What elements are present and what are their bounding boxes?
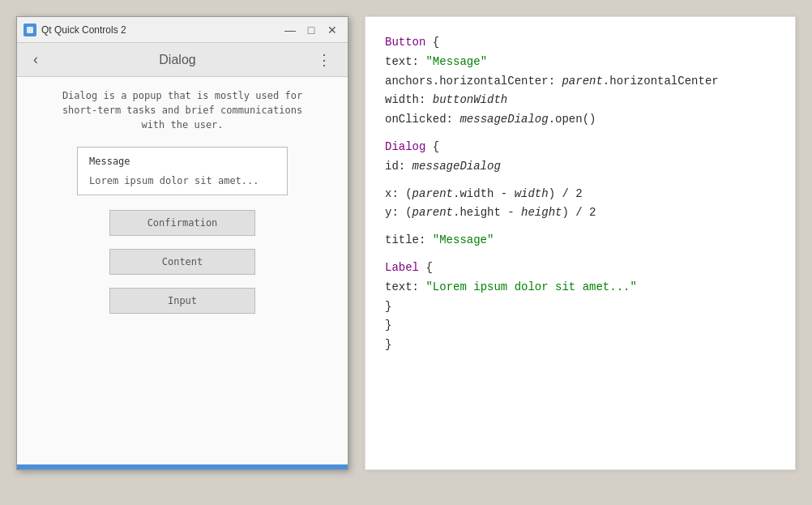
- close-button[interactable]: ✕: [323, 21, 341, 39]
- message-box-content: Lorem ipsum dolor sit amet...: [89, 175, 276, 186]
- message-box-title: Message: [89, 156, 276, 167]
- confirmation-button[interactable]: Confirmation: [109, 210, 255, 236]
- header-title: Dialog: [45, 53, 310, 67]
- code-line: Button {: [385, 33, 776, 53]
- menu-button[interactable]: ⋮: [310, 48, 338, 72]
- window-title: Qt Quick Controls 2: [41, 24, 276, 36]
- app-icon: [24, 24, 36, 36]
- code-line: }: [385, 316, 776, 336]
- code-line: anchors.horizontalCenter: parent.horizon…: [385, 72, 776, 92]
- code-line: }: [385, 297, 776, 317]
- minimize-button[interactable]: —: [281, 21, 299, 39]
- bottom-bar: [17, 464, 348, 469]
- svg-rect-0: [27, 27, 33, 33]
- qt-window: Qt Quick Controls 2 — □ ✕ ‹ Dialog ⋮ Dia…: [16, 16, 348, 470]
- code-line: onClicked: messageDialog.open(): [385, 110, 776, 130]
- content-button[interactable]: Content: [109, 249, 255, 275]
- window-controls: — □ ✕: [281, 21, 341, 39]
- message-box: Message Lorem ipsum dolor sit amet...: [77, 147, 288, 195]
- code-line: x: (parent.width - width) / 2: [385, 185, 776, 204]
- app-content: Dialog is a popup that is mostly used fo…: [17, 77, 348, 464]
- code-line: text: "Lorem ipsum dolor sit amet...": [385, 278, 776, 297]
- code-line: title: "Message": [385, 231, 776, 250]
- title-bar: Qt Quick Controls 2 — □ ✕: [17, 17, 348, 43]
- code-line: }: [385, 336, 776, 355]
- code-line: y: (parent.height - height) / 2: [385, 203, 776, 223]
- input-button[interactable]: Input: [109, 288, 255, 314]
- app-header: ‹ Dialog ⋮: [17, 43, 348, 77]
- code-line: text: "Message": [385, 53, 776, 72]
- code-panel: Button {text: "Message"anchors.horizonta…: [365, 16, 796, 470]
- code-line: id: messageDialog: [385, 157, 776, 177]
- code-line: width: buttonWidth: [385, 91, 776, 110]
- code-line: Label {: [385, 259, 776, 278]
- maximize-button[interactable]: □: [302, 21, 320, 39]
- code-line: Dialog {: [385, 138, 776, 157]
- description-text: Dialog is a popup that is mostly used fo…: [62, 88, 302, 132]
- back-button[interactable]: ‹: [27, 48, 45, 71]
